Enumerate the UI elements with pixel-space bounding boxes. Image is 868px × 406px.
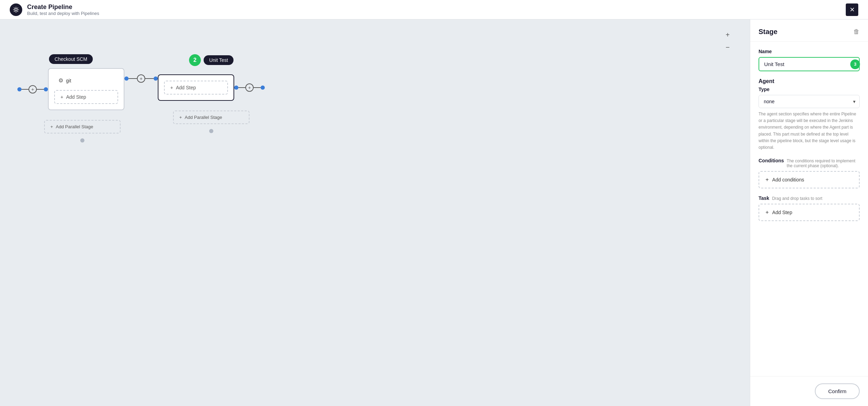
between-add-stage[interactable]: +: [137, 74, 145, 83]
stage1-right-dot: [44, 87, 48, 91]
stage2-add-parallel[interactable]: + Add Parallel Stage: [173, 111, 249, 124]
canvas-area: + − Checkout SCM +: [0, 19, 750, 406]
stage1-left-dot: [17, 87, 22, 91]
zoom-controls: + −: [722, 29, 733, 53]
conditions-section: Conditions The conditions required to im…: [759, 158, 860, 188]
task-section: Task Drag and drop tasks to sort + Add S…: [759, 195, 860, 221]
panel-header: Stage 🗑: [750, 19, 868, 42]
stage1-step-git: ⚙ git: [54, 74, 118, 87]
type-label: Type: [759, 87, 860, 92]
right-panel: Stage 🗑 Name 3 Agent Type none: [750, 19, 868, 406]
plus-icon: +: [50, 124, 53, 129]
plus-icon: +: [60, 94, 63, 100]
stage1-label[interactable]: Checkout SCM: [49, 54, 93, 64]
conditions-hint: The conditions required to implement the…: [787, 159, 860, 168]
between-dot-left: [124, 76, 129, 81]
page-title: Create Pipeline: [27, 3, 99, 11]
app-logo: [10, 3, 22, 16]
type-select-wrapper: none any label docker dockerfile ▾: [759, 95, 860, 108]
between-line: [129, 78, 137, 79]
task-header: Task Drag and drop tasks to sort: [759, 195, 860, 201]
stage2-number-badge: 2: [189, 54, 201, 66]
between-connector-1: +: [124, 74, 158, 83]
stage1-add-parallel[interactable]: + Add Parallel Stage: [44, 120, 121, 133]
conditions-header: Conditions The conditions required to im…: [759, 158, 860, 168]
page-subtitle: Build, test and deploy with Pipelines: [27, 11, 99, 16]
close-button[interactable]: ✕: [846, 3, 858, 16]
connector-line: [22, 89, 28, 90]
between-dot-right: [154, 76, 158, 81]
name-input[interactable]: [759, 57, 860, 71]
zoom-out-button[interactable]: −: [722, 42, 733, 53]
stage2-bottom-dot: [209, 129, 213, 133]
header-title: Create Pipeline Build, test and deploy w…: [27, 3, 99, 16]
connector-line: [37, 89, 44, 90]
stage2-add-step[interactable]: + Add Step: [164, 81, 228, 95]
svg-point-0: [15, 8, 17, 11]
panel-delete-button[interactable]: 🗑: [853, 28, 860, 35]
stage2-right-dot-left: [234, 86, 238, 90]
stage1-box[interactable]: ⚙ git + Add Step: [48, 68, 124, 110]
stage2-add-after[interactable]: +: [245, 83, 254, 92]
git-icon: ⚙: [58, 77, 63, 84]
name-field-group: Name 3: [759, 49, 860, 71]
stage2-right-dot-right: [261, 86, 265, 90]
add-task-step-button[interactable]: + Add Step: [759, 204, 860, 221]
plus-icon: +: [765, 209, 769, 216]
stage1-add-before[interactable]: +: [28, 85, 37, 94]
stage1-wrapper: Checkout SCM + ⚙ git: [17, 54, 124, 143]
panel-footer: Confirm: [750, 376, 868, 406]
stage2-wrapper: 2 Unit Test + Add Step +: [158, 54, 265, 133]
connector-line: [238, 87, 245, 88]
header: Create Pipeline Build, test and deploy w…: [0, 0, 868, 19]
task-title: Task: [759, 195, 769, 201]
panel-title: Stage: [759, 28, 777, 36]
connector-line: [254, 87, 261, 88]
agent-section-title: Agent: [759, 78, 860, 84]
plus-icon: +: [179, 115, 182, 120]
between-line: [145, 78, 154, 79]
add-conditions-button[interactable]: + Add conditions: [759, 171, 860, 188]
stage1-bottom-dot: [80, 138, 84, 143]
zoom-in-button[interactable]: +: [722, 29, 733, 40]
conditions-title: Conditions: [759, 158, 784, 163]
trash-icon: 🗑: [853, 28, 860, 35]
stage2-box[interactable]: + Add Step: [158, 74, 234, 101]
agent-description: The agent section specifies where the en…: [759, 111, 860, 151]
name-label: Name: [759, 49, 860, 54]
plus-icon: +: [170, 85, 173, 90]
stage2-label[interactable]: Unit Test: [204, 55, 234, 65]
plus-icon: +: [765, 177, 769, 183]
stage1-add-step[interactable]: + Add Step: [54, 90, 118, 104]
header-left: Create Pipeline Build, test and deploy w…: [10, 3, 99, 16]
confirm-button[interactable]: Confirm: [815, 383, 860, 399]
task-hint: Drag and drop tasks to sort: [772, 196, 822, 201]
panel-body: Name 3 Agent Type none any label docker …: [750, 42, 868, 376]
main-container: + − Checkout SCM +: [0, 19, 868, 406]
agent-field-group: Agent Type none any label docker dockerf…: [759, 78, 860, 151]
name-badge: 3: [850, 59, 860, 69]
type-select[interactable]: none any label docker dockerfile: [759, 95, 860, 108]
